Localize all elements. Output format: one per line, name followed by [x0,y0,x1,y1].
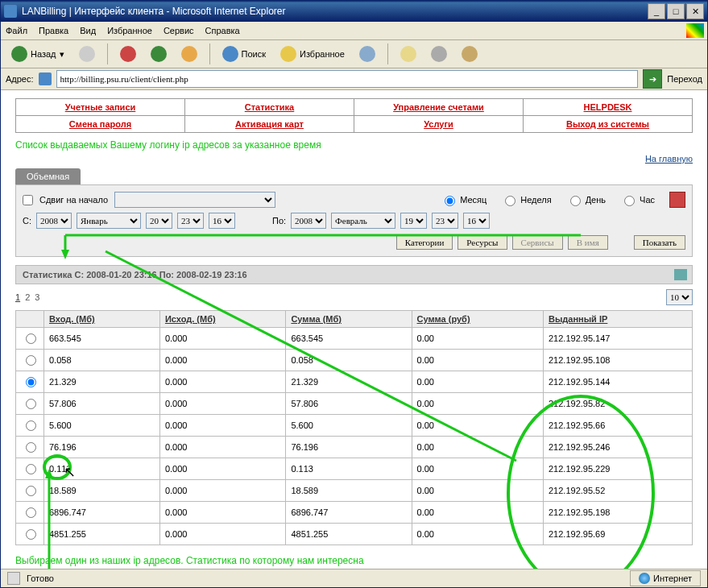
search-label: Поиск [242,49,266,59]
cell-ip: 212.192.95.82 [543,393,692,415]
col-ip[interactable]: Выданный IP [543,311,692,328]
cell-rub: 0.00 [412,502,543,524]
shift-select[interactable] [114,192,275,208]
cell-in: 76.196 [44,437,160,458]
to-day[interactable]: 19 [400,213,427,229]
categories-button[interactable]: Категории [396,235,453,250]
col-rub[interactable]: Сумма (руб) [412,311,543,328]
row-radio[interactable] [26,507,36,518]
refresh-button[interactable] [145,43,172,65]
to-label: По: [272,216,286,226]
row-radio[interactable] [26,529,36,540]
cell-in: 0.058 [44,350,160,371]
col-in[interactable]: Вход. (Мб) [44,311,160,328]
nav-helpdesk[interactable]: HELPDESK [584,102,632,112]
tab-volume[interactable]: Объемная [15,168,81,184]
go-button[interactable]: ➔ [643,69,662,89]
col-radio [16,311,44,328]
minimize-button[interactable]: _ [648,3,665,19]
page-2[interactable]: 2 [25,292,30,302]
shift-checkbox[interactable] [23,195,33,205]
menu-view[interactable]: Вид [80,26,96,35]
col-sum[interactable]: Сумма (Мб) [286,311,412,328]
row-radio[interactable] [26,420,36,431]
cell-in: 663.545 [44,328,160,350]
cell-in: 21.329 [44,371,160,393]
menu-favorites[interactable]: Избранное [107,26,152,35]
from-day[interactable]: 20 [146,213,172,229]
nav-logout[interactable]: Выход из системы [566,119,649,129]
row-radio[interactable] [26,355,36,366]
row-radio[interactable] [26,464,36,474]
cell-sum: 5.600 [286,415,412,437]
filter-panel: Сдвиг на начало Месяц Неделя День Час С:… [15,184,693,257]
cell-in: 18.589 [44,480,160,502]
nav-activate-cards[interactable]: Активация карт [235,119,304,129]
menu-file[interactable]: Файл [6,26,27,35]
row-radio[interactable] [26,377,36,387]
url-input[interactable] [56,70,639,88]
close-button[interactable]: ✕ [686,3,704,19]
row-radio[interactable] [26,399,36,409]
nav-change-password[interactable]: Смена пароля [69,119,131,129]
to-month[interactable]: Февраль [331,213,395,229]
cell-out: 0.000 [159,328,285,350]
annotation-top: Список выдаваемых Вашему логину ip адрес… [15,139,693,151]
period-month[interactable] [445,196,455,206]
nav-menu: Учетные записи Статистика Управление сче… [15,98,693,133]
to-main-link[interactable]: На главную [645,154,693,164]
to-year[interactable]: 2008 [291,213,326,229]
page-3[interactable]: 3 [35,292,39,302]
mail-button[interactable] [395,43,422,65]
period-week[interactable] [505,196,515,206]
print-icon[interactable] [674,269,687,280]
titlebar: LANBilling | Интерфейс клиента - Microso… [1,1,707,22]
services-button[interactable]: Сервисы [512,235,563,250]
row-radio[interactable] [26,442,36,453]
stop-button[interactable] [114,43,142,65]
nav-services[interactable]: Услуги [424,119,453,129]
nav-statistics[interactable]: Статистика [245,102,295,112]
period-day[interactable] [570,196,581,206]
go-label[interactable]: Переход [667,74,702,84]
from-hour[interactable]: 23 [177,213,204,229]
favorites-button[interactable]: Избранное [275,43,350,65]
statusbar: Готово Интернет [1,569,707,587]
windows-flag-icon [686,23,704,38]
maximize-button[interactable]: □ [667,3,685,19]
col-out[interactable]: Исход. (Мб) [159,311,285,328]
search-button[interactable]: Поиск [217,43,271,65]
cell-in: 5.600 [44,415,160,437]
to-hour[interactable]: 23 [432,213,458,229]
show-button[interactable]: Показать [634,235,685,250]
edit-button[interactable] [456,43,483,65]
byname-button[interactable]: В имя [568,235,608,250]
cell-rub: 0.00 [412,350,543,371]
from-month[interactable]: Январь [77,213,141,229]
history-button[interactable] [354,43,381,65]
print-button[interactable] [425,43,453,65]
resources-button[interactable]: Ресурсы [458,235,507,250]
from-year[interactable]: 2008 [36,213,72,229]
menu-service[interactable]: Сервис [164,26,194,35]
to-min[interactable]: 16 [463,213,490,229]
period-hour[interactable] [624,196,635,206]
nav-account-mgmt[interactable]: Управление счетами [393,102,484,112]
calendar-icon[interactable] [669,192,685,208]
period-day-label: День [586,195,606,205]
menu-help[interactable]: Справка [205,26,240,35]
perpage-select[interactable]: 10 [666,289,693,305]
forward-icon [79,46,95,62]
home-button[interactable] [176,43,203,65]
row-radio[interactable] [26,486,36,496]
back-label: Назад [31,49,56,59]
back-button[interactable]: Назад ▾ [6,43,70,65]
nav-accounts[interactable]: Учетные записи [65,102,136,112]
row-radio[interactable] [26,333,36,344]
from-min[interactable]: 16 [209,213,235,229]
status-zone: Интернет [630,570,701,586]
cell-ip: 212.192.95.52 [543,480,692,502]
page-1[interactable]: 1 [15,292,20,302]
forward-button[interactable] [73,43,101,65]
menu-edit[interactable]: Правка [39,26,68,35]
